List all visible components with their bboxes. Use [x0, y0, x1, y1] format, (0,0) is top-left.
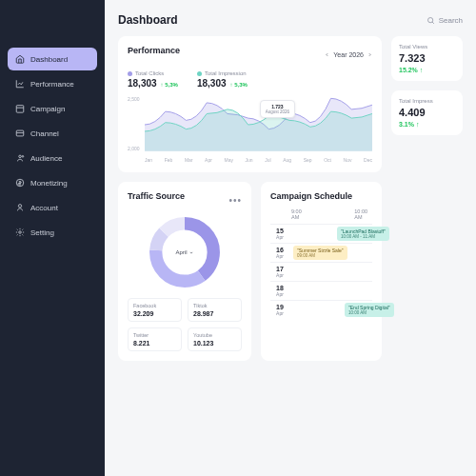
- performance-metrics: Total Clicks18,303↑ 5,3%Total Impression…: [128, 70, 372, 89]
- schedule-event[interactable]: "End Spring Digital"10:00 AM: [345, 303, 394, 317]
- main-content: Dashboard Search Performance Year 2026 T…: [105, 0, 476, 476]
- gear-icon: [15, 228, 25, 237]
- sidebar-item-campaign[interactable]: Campaign: [8, 97, 97, 120]
- svg-point-5: [22, 156, 24, 158]
- sidebar-item-performance[interactable]: Performance: [8, 72, 97, 95]
- sidebar-item-monetizing[interactable]: Monetizing: [8, 171, 97, 194]
- chevron-right-icon: [367, 52, 372, 57]
- schedule-row: 15Apr"LaunchPad Blastoff"10:00 AM - 11:A…: [270, 224, 372, 243]
- nav-label: Campaign: [30, 105, 65, 113]
- sidebar-item-account[interactable]: Account: [8, 196, 97, 219]
- schedule-date: 19Apr: [270, 301, 289, 319]
- sidebar-item-channel[interactable]: Channel: [8, 122, 97, 145]
- nav-label: Dashboard: [30, 55, 68, 64]
- schedule-row: 18Apr: [270, 281, 372, 300]
- dot-icon: [128, 71, 132, 76]
- chevron-down-icon: [189, 250, 194, 255]
- performance-card: Performance Year 2026 Total Clicks18,303…: [118, 36, 382, 172]
- schedule-date: 16Apr: [270, 244, 289, 262]
- schedule-title: Campaign Schedule: [270, 191, 372, 201]
- metric-0: Total Clicks18,303↑ 5,3%: [128, 70, 178, 89]
- traffic-item: Facebook32.209: [128, 298, 182, 322]
- traffic-item: Youtube10.123: [188, 327, 242, 351]
- svg-point-8: [19, 231, 22, 234]
- svg-point-4: [19, 155, 22, 158]
- dot-icon: [197, 71, 202, 76]
- layers-icon: [15, 129, 25, 138]
- user-icon: [15, 203, 25, 212]
- sidebar: DashboardPerformanceCampaignChannelAudie…: [0, 0, 105, 476]
- sidebar-item-setting[interactable]: Setting: [8, 221, 97, 244]
- schedule-event[interactable]: "Summer Sizzle Sale"09:00 AM: [293, 246, 347, 260]
- schedule-row: 16Apr"Summer Sizzle Sale"09:00 AM: [270, 243, 372, 262]
- svg-point-9: [427, 17, 432, 22]
- page-title: Dashboard: [118, 13, 178, 27]
- home-icon: [15, 54, 25, 64]
- nav-label: Performance: [30, 80, 74, 89]
- year-selector[interactable]: Year 2026: [325, 51, 372, 58]
- metric-1: Total Impression18,303↑ 5,3%: [197, 70, 248, 89]
- nav-label: Setting: [30, 228, 54, 237]
- nav-label: Account: [30, 204, 58, 212]
- calendar-icon: [15, 104, 25, 113]
- traffic-sources-grid: Facebook32.209Tiktok28.987Twitter8.221Yo…: [128, 298, 242, 351]
- traffic-item: Tiktok28.987: [188, 298, 242, 322]
- search-input[interactable]: Search: [426, 16, 463, 25]
- chart-y-labels: 2,5002,000: [128, 96, 140, 151]
- stats-column: Total Views7.32315.2% ↑Total Impress4.40…: [391, 36, 463, 361]
- svg-line-10: [432, 22, 434, 24]
- schedule-event[interactable]: "LaunchPad Blastoff"10:00 AM - 11:AM: [337, 227, 389, 241]
- performance-title: Performance: [128, 46, 180, 55]
- chevron-left-icon: [325, 52, 329, 57]
- schedule-row: 17Apr: [270, 262, 372, 281]
- chart-svg: [145, 96, 372, 151]
- schedule-row: 19Apr"End Spring Digital"10:00 AM: [270, 300, 372, 319]
- svg-point-7: [18, 205, 21, 208]
- performance-chart: 2,5002,000 1.723 August 2026 JanFebMarAp…: [128, 96, 372, 163]
- traffic-source-card: Traffic Source ••• April Facebook32.209T…: [118, 182, 251, 361]
- header: Dashboard Search: [118, 13, 463, 27]
- month-selector[interactable]: April: [175, 249, 193, 255]
- sidebar-item-dashboard[interactable]: Dashboard: [8, 48, 97, 70]
- schedule-date: 17Apr: [270, 263, 289, 281]
- schedule-date: 15Apr: [270, 225, 289, 243]
- svg-rect-0: [16, 106, 24, 113]
- sidebar-item-audience[interactable]: Audience: [8, 147, 97, 169]
- schedule-rows: 15Apr"LaunchPad Blastoff"10:00 AM - 11:A…: [270, 224, 372, 319]
- traffic-donut: April: [147, 214, 223, 290]
- chart-icon: [15, 79, 25, 89]
- chart-x-labels: JanFebMarAprMayJunJulAugSepOctNovDec: [145, 157, 372, 163]
- schedule-times: 9:00 AM10:00 AM: [291, 208, 372, 220]
- search-icon: [426, 16, 435, 25]
- dollar-icon: [15, 178, 25, 188]
- nav-label: Channel: [30, 129, 59, 138]
- nav-label: Audience: [30, 154, 62, 163]
- schedule-date: 18Apr: [270, 282, 289, 300]
- traffic-item: Twitter8.221: [128, 327, 182, 351]
- traffic-title: Traffic Source: [128, 191, 185, 201]
- campaign-schedule-card: Campaign Schedule 9:00 AM10:00 AM 15Apr"…: [261, 182, 382, 361]
- users-icon: [15, 153, 25, 163]
- more-icon[interactable]: •••: [228, 195, 242, 206]
- nav-label: Monetizing: [30, 179, 68, 188]
- stat-card-1: Total Impress4.4093.1% ↑: [391, 90, 463, 135]
- chart-tooltip: 1.723 August 2026: [260, 100, 295, 118]
- stat-card-0: Total Views7.32315.2% ↑: [391, 36, 463, 81]
